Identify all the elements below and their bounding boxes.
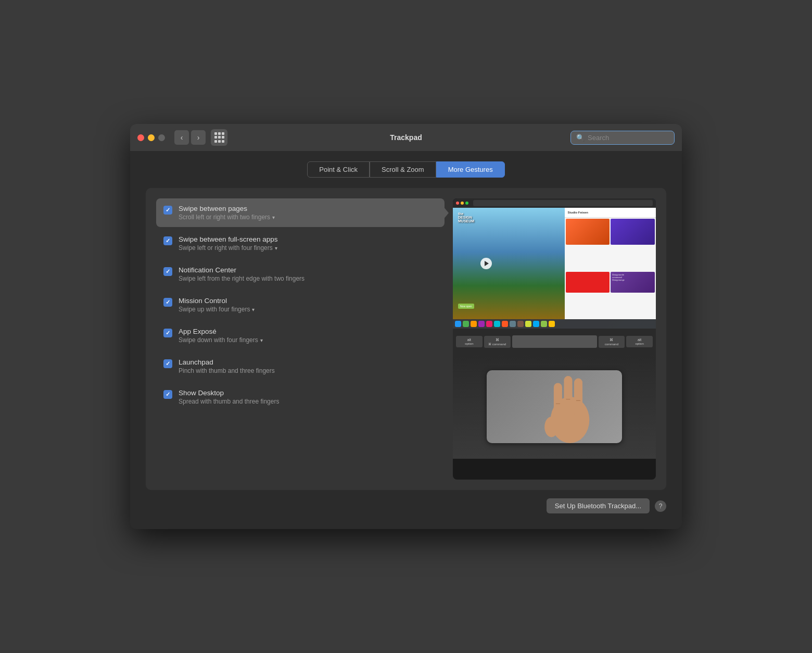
screen-dot-yellow [461, 202, 464, 205]
back-button[interactable]: ‹ [174, 130, 189, 145]
tab-point-click[interactable]: Point & Click [307, 161, 370, 178]
gesture-title-app-expose: App Exposé [179, 328, 437, 335]
tab-scroll-zoom[interactable]: Scroll & Zoom [370, 161, 436, 178]
grid-cell-1 [566, 219, 610, 245]
design-grid: DesignrundecommunalDesignnunge [565, 218, 656, 319]
gesture-title-launchpad: Launchpad [179, 358, 437, 366]
checkbox-swipe-pages[interactable]: ✓ [163, 206, 172, 215]
gesture-text-show-desktop: Show Desktop Spread with thumb and three… [179, 389, 437, 405]
grid-dot [222, 136, 224, 139]
grid-dot [218, 136, 221, 139]
svg-rect-2 [564, 376, 572, 418]
minimize-button[interactable] [148, 134, 155, 141]
dock-icon-11 [533, 321, 539, 327]
dock-icon-3 [471, 321, 477, 327]
dock-icon-8 [510, 321, 516, 327]
preview-hand-area [453, 355, 656, 459]
gesture-item-swipe-pages[interactable]: ✓ Swipe between pages Scroll left or rig… [156, 198, 445, 227]
dock-icon-13 [549, 321, 555, 327]
bottom-bar: Set Up Bluetooth Trackpad... ? [146, 490, 666, 513]
alt-key-left: altoption [456, 336, 483, 347]
checkmark-icon: ✓ [166, 299, 170, 306]
help-button[interactable]: ? [655, 500, 666, 512]
zoom-button[interactable] [158, 134, 165, 141]
search-input[interactable] [588, 134, 669, 142]
traffic-lights [137, 134, 165, 141]
gesture-item-notification-center[interactable]: ✓ Notification Center Swipe left from th… [156, 260, 445, 288]
checkbox-launchpad[interactable]: ✓ [163, 359, 172, 368]
alt-key-right: altoption [626, 336, 653, 347]
dock-icon-12 [541, 321, 547, 327]
hand-gesture-icon [539, 360, 601, 443]
chevron-down-icon: ▾ [275, 245, 277, 251]
screen-right-panel: Studio Feixen DesignrundecommunalDesignn… [565, 208, 656, 319]
command-key-right: ⌘command [599, 336, 625, 348]
setup-bluetooth-button[interactable]: Set Up Bluetooth Trackpad... [547, 498, 650, 513]
tab-more-gestures[interactable]: More Gestures [436, 161, 505, 178]
design-museum-text: theDESIGNMUSEUM [458, 212, 474, 223]
gesture-subtitle-swipe-fullscreen: Swipe left or right with four fingers ▾ [179, 244, 437, 252]
checkbox-mission-control[interactable]: ✓ [163, 298, 172, 307]
gesture-item-swipe-fullscreen[interactable]: ✓ Swipe between full-screen apps Swipe l… [156, 229, 445, 258]
grid-view-button[interactable] [211, 129, 227, 146]
content-area: Point & Click Scroll & Zoom More Gesture… [130, 151, 682, 529]
grid-dot [214, 140, 217, 143]
screen-dot-red [456, 202, 459, 205]
gesture-subtitle-notification-center: Swipe left from the right edge with two … [179, 275, 437, 282]
gesture-title-swipe-pages: Swipe between pages [179, 205, 437, 212]
dock-icon-1 [455, 321, 461, 327]
gesture-item-launchpad[interactable]: ✓ Launchpad Pinch with thumb and three f… [156, 352, 445, 381]
titlebar: ‹ › Trackpad 🔍 [130, 124, 682, 151]
screen-content: theDESIGNMUSEUM Now open Studio Feixen [453, 208, 656, 319]
gesture-subtitle-mission-control: Swipe up with four fingers ▾ [179, 306, 437, 313]
grid-dot [222, 140, 224, 143]
dock-icon-9 [517, 321, 524, 327]
gesture-title-notification-center: Notification Center [179, 266, 437, 274]
grid-dot [222, 132, 224, 135]
screen-dot-green [465, 202, 468, 205]
checkbox-notification-center[interactable]: ✓ [163, 267, 172, 276]
grid-dot [218, 140, 221, 143]
screen-topbar [453, 198, 656, 208]
dock-icon-7 [502, 321, 508, 327]
checkbox-show-desktop[interactable]: ✓ [163, 390, 172, 399]
chevron-down-icon: ▾ [260, 337, 263, 343]
play-triangle-icon [485, 261, 489, 266]
close-button[interactable] [137, 134, 144, 141]
svg-rect-1 [554, 383, 562, 420]
search-box[interactable]: 🔍 [570, 131, 675, 145]
checkbox-swipe-fullscreen[interactable]: ✓ [163, 236, 172, 245]
command-key-left: ⌘⌘ command [484, 336, 511, 348]
gesture-title-mission-control: Mission Control [179, 297, 437, 305]
gesture-title-show-desktop: Show Desktop [179, 389, 437, 397]
checkmark-icon: ✓ [166, 268, 170, 275]
svg-rect-3 [574, 379, 582, 418]
checkbox-app-expose[interactable]: ✓ [163, 329, 172, 337]
nav-buttons: ‹ › [174, 130, 206, 145]
gesture-item-show-desktop[interactable]: ✓ Show Desktop Spread with thumb and thr… [156, 383, 445, 411]
checkmark-icon: ✓ [166, 391, 170, 398]
gesture-title-swipe-fullscreen: Swipe between full-screen apps [179, 235, 437, 243]
gesture-subtitle-app-expose: Swipe down with four fingers ▾ [179, 336, 437, 344]
forward-button[interactable]: › [191, 130, 206, 145]
gesture-item-app-expose[interactable]: ✓ App Exposé Swipe down with four finger… [156, 321, 445, 350]
dock-icon-2 [463, 321, 469, 327]
dock-icon-6 [494, 321, 500, 327]
studio-feixen-title: Studio Feixen [565, 208, 656, 218]
screen-dock [453, 319, 656, 329]
grid-dot [214, 132, 217, 135]
gesture-text-launchpad: Launchpad Pinch with thumb and three fin… [179, 358, 437, 374]
keyboard-area: altoption ⌘⌘ command ⌘command altoption [453, 329, 656, 355]
dock-icon-5 [486, 321, 492, 327]
gesture-subtitle-launchpad: Pinch with thumb and three fingers [179, 367, 437, 374]
chevron-down-icon: ▾ [272, 215, 275, 220]
gesture-text-swipe-pages: Swipe between pages Scroll left or right… [179, 205, 437, 221]
gesture-item-mission-control[interactable]: ✓ Mission Control Swipe up with four fin… [156, 291, 445, 319]
checkmark-icon: ✓ [166, 237, 170, 244]
grid-cell-3 [566, 272, 610, 293]
grid-cell-2 [611, 219, 655, 245]
trackpad-surface [487, 370, 622, 443]
checkmark-icon: ✓ [166, 360, 170, 367]
gesture-subtitle-swipe-pages: Scroll left or right with two fingers ▾ [179, 214, 437, 221]
play-button [480, 258, 492, 269]
